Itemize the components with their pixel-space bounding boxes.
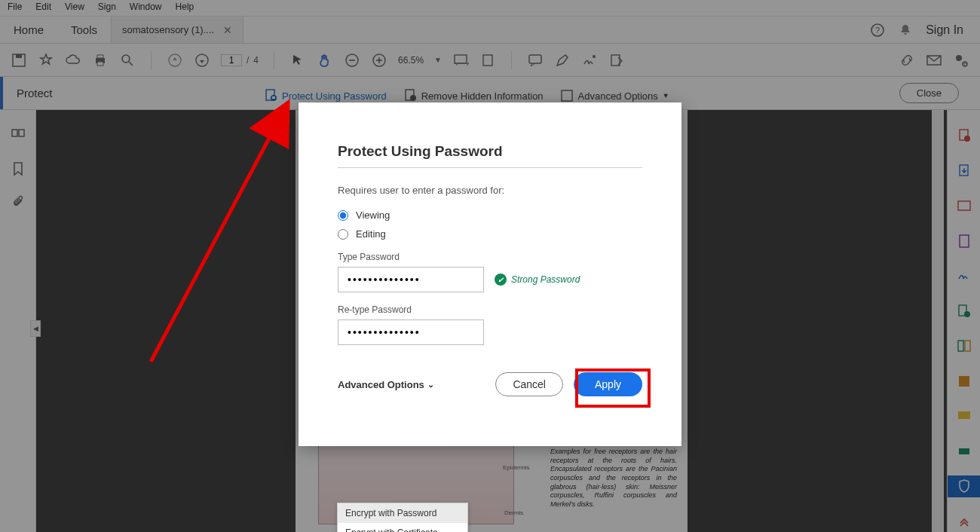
zoom-out-icon[interactable] xyxy=(344,52,360,69)
edit-icon[interactable] xyxy=(608,52,625,69)
rtool-edit-icon[interactable] xyxy=(948,195,981,217)
rtool-create-icon[interactable] xyxy=(948,125,981,147)
svg-rect-27 xyxy=(272,96,275,99)
bell-icon[interactable] xyxy=(899,23,912,37)
svg-line-8 xyxy=(129,62,133,66)
rtool-organize-icon[interactable] xyxy=(948,231,981,252)
advanced-options-action[interactable]: Advanced Options▼ xyxy=(560,88,669,103)
svg-text:+: + xyxy=(963,60,966,68)
rtool-redact-icon[interactable] xyxy=(948,371,981,393)
rtool-comment-icon[interactable] xyxy=(948,405,981,427)
rtool-sign-icon[interactable] xyxy=(948,265,981,287)
radio-viewing-input[interactable] xyxy=(338,210,348,221)
mail-icon[interactable] xyxy=(926,52,942,69)
link-icon[interactable] xyxy=(899,52,915,69)
chevron-down-icon: ⌄ xyxy=(427,380,434,390)
svg-point-39 xyxy=(964,311,970,317)
svg-text:?: ? xyxy=(875,26,880,35)
sign-icon[interactable] xyxy=(581,52,598,69)
advanced-options-dropdown: Encrypt with Password Encrypt with Certi… xyxy=(337,503,468,532)
comment-icon[interactable] xyxy=(527,52,544,69)
advanced-options-toggle[interactable]: Advanced Options ⌄ xyxy=(338,379,434,390)
zoom-value[interactable]: 66.5% xyxy=(398,55,424,66)
svg-rect-32 xyxy=(19,130,24,136)
share-icon[interactable]: + xyxy=(953,52,969,69)
collapse-left-icon[interactable]: ◀ xyxy=(30,320,41,337)
cloud-icon[interactable] xyxy=(65,52,81,69)
rtool-export-icon[interactable] xyxy=(948,161,981,182)
svg-point-22 xyxy=(956,55,962,61)
menu-file[interactable]: File xyxy=(8,2,22,14)
protect-actions: Protect Using Password Remove Hidden Inf… xyxy=(264,88,669,103)
bookmark-icon[interactable] xyxy=(12,161,24,176)
rtool-protect-icon[interactable] xyxy=(948,475,981,497)
radio-viewing[interactable]: Viewing xyxy=(338,209,642,221)
page-current-input[interactable] xyxy=(221,54,242,66)
dialog-title: Protect Using Password xyxy=(338,143,642,168)
right-rail xyxy=(947,110,980,532)
radio-editing[interactable]: Editing xyxy=(338,228,642,240)
fit-width-icon[interactable] xyxy=(452,52,469,69)
zoom-in-icon[interactable] xyxy=(371,52,387,69)
dialog-subtitle: Requires user to enter a password for: xyxy=(338,185,642,196)
tab-document-label: somatosensory (1).... xyxy=(122,24,214,35)
remove-hidden-info-action[interactable]: Remove Hidden Information xyxy=(403,88,544,103)
rtool-print-icon[interactable] xyxy=(948,441,981,463)
document-text: Examples for free receptors are the hair… xyxy=(550,448,677,509)
page-up-icon[interactable] xyxy=(167,52,183,69)
svg-rect-31 xyxy=(12,130,17,136)
radio-editing-input[interactable] xyxy=(338,229,348,240)
thumbnails-icon[interactable] xyxy=(11,128,26,143)
pointer-icon[interactable] xyxy=(289,52,306,69)
chevron-down-icon[interactable]: ▼ xyxy=(434,56,442,64)
retype-password-input[interactable] xyxy=(338,320,484,345)
svg-rect-41 xyxy=(965,341,970,351)
svg-point-19 xyxy=(593,55,596,58)
close-protect-button[interactable]: Close xyxy=(899,83,959,103)
search-icon[interactable] xyxy=(119,52,136,69)
highlight-icon[interactable] xyxy=(554,52,571,69)
star-icon[interactable] xyxy=(38,52,54,69)
fit-page-icon[interactable] xyxy=(479,52,496,69)
menu-edit[interactable]: Edit xyxy=(35,2,51,14)
rtool-combine-icon[interactable] xyxy=(948,301,981,323)
svg-rect-40 xyxy=(958,341,963,351)
radio-viewing-label: Viewing xyxy=(356,209,390,221)
scrollbar[interactable] xyxy=(932,110,944,532)
page-sep: / xyxy=(247,55,249,66)
svg-rect-43 xyxy=(958,411,970,419)
save-icon[interactable] xyxy=(11,52,27,69)
svg-rect-3 xyxy=(16,54,22,58)
attachment-icon[interactable] xyxy=(11,194,25,209)
cancel-button[interactable]: Cancel xyxy=(495,372,563,396)
protect-using-password-action[interactable]: Protect Using Password xyxy=(264,88,387,103)
rtool-more-icon[interactable] xyxy=(948,511,981,533)
help-icon[interactable]: ? xyxy=(870,23,885,38)
menu-sign[interactable]: Sign xyxy=(98,2,116,14)
toolbar: / 4 66.5% ▼ + xyxy=(0,44,980,77)
menu-help[interactable]: Help xyxy=(176,2,194,14)
password-strength-label: Strong Password xyxy=(511,274,580,285)
rtool-compare-icon[interactable] xyxy=(948,335,981,357)
tab-tools[interactable]: Tools xyxy=(57,17,111,43)
menu-window[interactable]: Window xyxy=(130,2,162,14)
password-input[interactable] xyxy=(338,267,484,292)
print-icon[interactable] xyxy=(92,52,109,69)
close-tab-icon[interactable]: ✕ xyxy=(223,24,232,36)
sign-in-link[interactable]: Sign In xyxy=(926,23,963,37)
page-total: 4 xyxy=(253,55,259,66)
tab-row: Home Tools somatosensory (1).... ✕ ? Sig… xyxy=(0,17,980,44)
svg-rect-30 xyxy=(562,90,572,101)
svg-rect-36 xyxy=(958,201,970,210)
protect-label: Protect xyxy=(0,77,213,109)
encrypt-with-password-item[interactable]: Encrypt with Password xyxy=(338,503,467,523)
svg-rect-44 xyxy=(959,448,969,454)
menu-view[interactable]: View xyxy=(65,2,84,14)
page-down-icon[interactable] xyxy=(194,52,210,69)
tab-home[interactable]: Home xyxy=(0,17,57,43)
svg-point-34 xyxy=(964,136,970,142)
apply-button[interactable]: Apply xyxy=(574,372,642,396)
hand-icon[interactable] xyxy=(317,52,333,69)
tab-document[interactable]: somatosensory (1).... ✕ xyxy=(111,17,243,43)
encrypt-with-certificate-item[interactable]: Encrypt with Certificate xyxy=(338,523,467,532)
